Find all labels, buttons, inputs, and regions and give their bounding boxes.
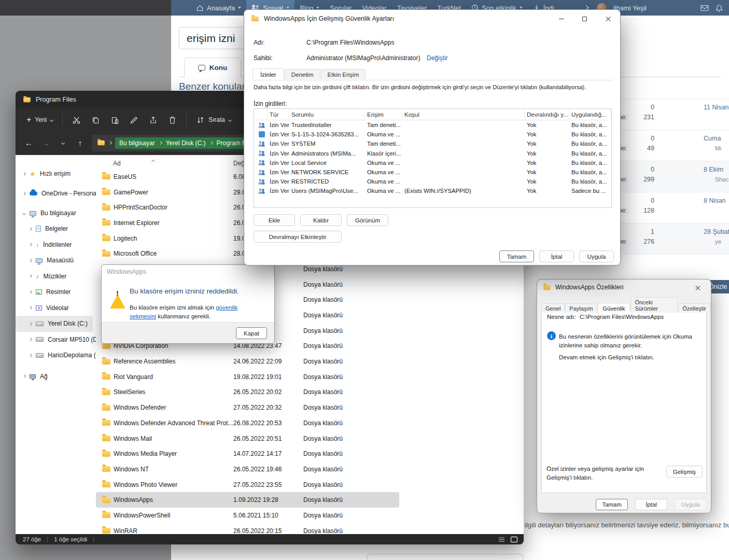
- column-type[interactable]: Tür: [268, 109, 289, 120]
- tab-ozellestir[interactable]: Özelleştir: [678, 303, 710, 313]
- cancel-button[interactable]: İptal: [635, 499, 667, 510]
- thread-date-link[interactable]: 8 Nisan: [704, 197, 725, 204]
- sidebar-item-muzikler[interactable]: Müzikler: [16, 269, 96, 285]
- add-button[interactable]: Ekle: [254, 214, 295, 226]
- rename-button[interactable]: [125, 112, 143, 128]
- breadcrumb-drive-c[interactable]: Yerel Disk (C:): [166, 139, 206, 147]
- reply-editor-box[interactable]: [367, 554, 524, 560]
- cut-button[interactable]: [67, 112, 86, 128]
- permission-entry-row[interactable]: İzin VerTrustedInstallerTam deneti...Yok…: [254, 120, 611, 130]
- permission-entry-row[interactable]: İzin VerS-1-15-3-1024-3635283...Okuma ve…: [254, 130, 611, 139]
- delete-button[interactable]: [163, 112, 181, 128]
- mail-icon[interactable]: [700, 5, 709, 11]
- maximize-button[interactable]: [573, 10, 596, 27]
- thread-date-link[interactable]: 11 Nisan: [704, 104, 728, 111]
- enable-inheritance-button[interactable]: Devralmayı Etkinleştir: [254, 231, 342, 243]
- column-principal[interactable]: Sorumlu: [289, 109, 365, 120]
- file-row[interactable]: Windows NT26.05.2022 19:46Dosya klasörü: [96, 461, 524, 477]
- nav-item-anasayfa[interactable]: Anasayfa: [191, 0, 246, 16]
- dialog-title-bar[interactable]: WindowsApps: [102, 265, 274, 278]
- sidebar-item-masaustu[interactable]: Masaüstü: [16, 253, 96, 269]
- address-selected-path[interactable]: Bu bilgisayar Yerel Disk (C:) Program Fi…: [115, 137, 259, 149]
- thread-date-link[interactable]: Cuma: [704, 135, 721, 142]
- file-row[interactable]: WindowsPowerShell5.06.2021 15:10Dosya kl…: [96, 508, 524, 523]
- file-row[interactable]: Windows Defender Advanced Threat Prot...…: [96, 415, 524, 431]
- sidebar-item-videolar[interactable]: Videolar: [16, 300, 96, 316]
- permission-entry-row[interactable]: İzin VerRESTRICTEDOkuma ve ...YokBu klas…: [254, 177, 611, 186]
- ok-button[interactable]: Tamam: [596, 499, 628, 510]
- recent-locations-button[interactable]: [55, 135, 71, 151]
- sidebar-item-harici-e[interactable]: HariciDepolama (E: [16, 347, 96, 363]
- dialog-title-bar[interactable]: WindowsApps Özellikleri: [537, 279, 711, 295]
- close-button[interactable]: [596, 10, 620, 27]
- ok-button[interactable]: Tamam: [499, 250, 534, 262]
- caret-down-icon: [520, 7, 523, 9]
- close-button[interactable]: [688, 282, 708, 294]
- sidebar-item-indirilenler[interactable]: İndirilenler: [16, 237, 96, 253]
- tab-guvenlik[interactable]: Güvenlik: [598, 303, 630, 313]
- file-row[interactable]: Windows Media Player14.07.2022 14:17Dosy…: [96, 446, 524, 461]
- tab-paylasim[interactable]: Paylaşım: [565, 303, 597, 313]
- thread-date-link[interactable]: 8 Ekim: [704, 166, 723, 173]
- permission-entry-row[interactable]: İzin VerSYSTEMTam deneti...YokBu klasör,…: [254, 139, 611, 148]
- forward-button[interactable]: [38, 135, 54, 151]
- new-button[interactable]: Yeni: [22, 112, 58, 128]
- file-row[interactable]: Windows Mail26.05.2022 20:51Dosya klasör…: [96, 431, 524, 446]
- column-condition[interactable]: Koşul: [402, 109, 525, 120]
- view-button[interactable]: Görünüm: [347, 214, 388, 226]
- up-button[interactable]: [72, 135, 88, 151]
- tab-genel[interactable]: Genel: [541, 303, 565, 313]
- apply-button[interactable]: Uygula: [675, 499, 707, 510]
- tab-denetim[interactable]: Denetim: [285, 69, 320, 79]
- apply-button[interactable]: Uygula: [579, 250, 614, 262]
- tab-etkin-erisim[interactable]: Etkin Erişim: [321, 69, 366, 79]
- advanced-button[interactable]: Gelişmiş: [666, 466, 703, 478]
- file-row[interactable]: SteelSeries26.05.2022 20:02Dosya klasörü: [96, 385, 524, 400]
- paste-button[interactable]: [106, 112, 124, 128]
- thread-author[interactable]: Shac: [715, 176, 728, 183]
- column-inherited[interactable]: Devralındığı y...: [525, 109, 569, 120]
- folder-icon: [97, 141, 105, 145]
- cancel-button[interactable]: İptal: [539, 250, 574, 262]
- breadcrumb-this-pc[interactable]: Bu bilgisayar: [119, 139, 155, 147]
- sidebar-item-network[interactable]: Ağ: [16, 369, 96, 384]
- tab-izinler[interactable]: İzinler: [253, 68, 284, 80]
- details-view-button[interactable]: [497, 535, 506, 543]
- sidebar-item-resimler[interactable]: Resimler: [16, 284, 96, 300]
- permission-entry-row[interactable]: İzin VerLocal ServiceOkuma ve ...YokBu k…: [254, 158, 611, 167]
- file-row[interactable]: Riot Vanguard19.08.2022 19:01Dosya klasö…: [96, 369, 524, 385]
- sidebar-item-this-pc[interactable]: Bu bilgisayar: [16, 205, 96, 221]
- close-dialog-button[interactable]: Kapat: [236, 327, 267, 339]
- share-button[interactable]: [144, 112, 162, 128]
- sidebar-item-quick-access[interactable]: Hızlı erişim: [16, 166, 96, 181]
- file-row-selected[interactable]: WindowsApps1.09.2022 19:28Dosya klasörü: [96, 492, 399, 508]
- thread-author[interactable]: ye: [715, 239, 721, 245]
- tab-konu[interactable]: Konu: [184, 58, 241, 77]
- permission-entry-row[interactable]: İzin VerUsers (MSIMagPro\Use...Okuma ve …: [254, 186, 611, 195]
- permission-entry-row[interactable]: İzin VerNETWORK SERVICEOkuma ve ...YokBu…: [254, 167, 611, 177]
- column-header-date[interactable]: Değ: [233, 160, 245, 167]
- permission-entry-row[interactable]: İzin VerAdministrators (MSIMa...Klasör i…: [254, 149, 611, 158]
- sidebar-item-corsair-d[interactable]: Corsair MP510 (D:): [16, 332, 96, 348]
- tab-onceki-surumler[interactable]: Önceki Sürümler: [630, 297, 678, 313]
- thread-author[interactable]: Mi: [715, 145, 721, 151]
- icons-view-button[interactable]: [509, 535, 518, 543]
- sidebar-item-belgeler[interactable]: Belgeler: [16, 221, 96, 237]
- thread-date-link[interactable]: 28 Şubat: [704, 228, 729, 235]
- sidebar-item-onedrive[interactable]: OneDrive - Personal: [16, 186, 96, 201]
- file-row[interactable]: Windows Photo Viewer27.05.2022 23:55Dosy…: [96, 477, 524, 493]
- bell-icon[interactable]: [716, 4, 723, 12]
- column-access[interactable]: Erişim: [365, 109, 402, 120]
- file-row[interactable]: Reference Assemblies24.06.2022 22:09Dosy…: [96, 354, 524, 369]
- remove-button[interactable]: Kaldır: [300, 214, 342, 226]
- sort-button[interactable]: Sırala: [191, 112, 235, 128]
- sidebar-item-yerel-disk-c[interactable]: Yerel Disk (C:): [16, 316, 93, 332]
- column-applies[interactable]: Uygulandığ...: [569, 109, 611, 120]
- change-owner-link[interactable]: Değiştir: [427, 54, 448, 62]
- file-row[interactable]: Windows Defender27.05.2022 20:32Dosya kl…: [96, 400, 524, 415]
- minimize-button[interactable]: [550, 10, 573, 27]
- column-header-name[interactable]: Ad: [113, 160, 121, 167]
- copy-button[interactable]: [87, 112, 105, 128]
- back-button[interactable]: [21, 135, 37, 151]
- sort-ascending-icon[interactable]: [151, 160, 155, 163]
